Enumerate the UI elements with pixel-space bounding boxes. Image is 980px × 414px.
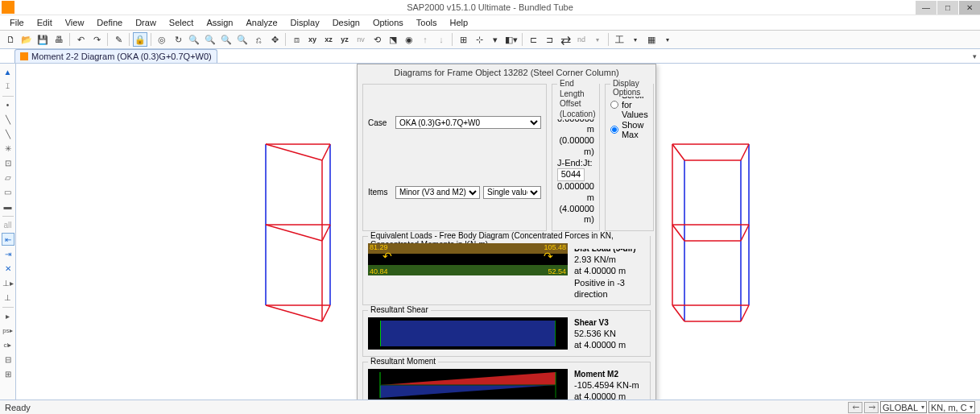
polyline-icon[interactable]: ╲ — [2, 127, 14, 140]
zoom-in-icon[interactable]: 🔍 — [219, 32, 234, 47]
dialog-title: Diagrams for Frame Object 13282 (Steel C… — [358, 64, 655, 81]
offset-title: End Length Offset (Location) — [557, 79, 599, 119]
view-tab[interactable]: Moment 2-2 Diagram (OKA (0.3)G+0.7Q+W0) — [14, 49, 217, 63]
pan-icon[interactable]: ✥ — [267, 32, 282, 47]
lock-icon[interactable]: 🔒 — [133, 32, 147, 47]
tab-close-icon[interactable] — [20, 52, 28, 60]
down-arrow-icon[interactable]: ↓ — [434, 32, 449, 47]
shrink-icon[interactable]: ⊏ — [526, 32, 540, 47]
menu-display[interactable]: Display — [286, 17, 325, 28]
items-mode-select[interactable]: Single valued — [483, 186, 541, 199]
save-icon[interactable]: 💾 — [35, 32, 50, 47]
status-units-select[interactable]: KN, m, C — [928, 401, 975, 413]
case-select[interactable]: OKA (0.3)G+0.7Q+W0 — [395, 116, 541, 129]
target-icon[interactable]: ◎ — [155, 32, 169, 47]
view-yz-icon[interactable]: yz — [337, 32, 352, 47]
text-cursor-icon[interactable]: 𝙸 — [2, 80, 14, 93]
ibeam-drop-icon[interactable]: ▾ — [628, 32, 643, 47]
open-icon[interactable]: 📂 — [19, 32, 34, 47]
select-all-icon[interactable]: ⊟ — [2, 353, 14, 366]
up-arrow-icon[interactable]: ↑ — [418, 32, 432, 47]
model-viewport[interactable]: Diagrams for Frame Object 13282 (Steel C… — [16, 64, 980, 400]
menu-assign[interactable]: Assign — [201, 17, 238, 28]
snap-int-icon[interactable]: ✕ — [2, 262, 14, 275]
select-cl-icon[interactable]: cl▸ — [2, 338, 14, 351]
menu-tools[interactable]: Tools — [411, 17, 442, 28]
prev-view-button[interactable]: 🡐 — [848, 402, 862, 413]
grid-icon[interactable]: ⊞ — [456, 32, 470, 47]
rect-icon[interactable]: ▭ — [2, 185, 14, 198]
minimize-button[interactable]: — — [916, 1, 937, 14]
line-icon[interactable]: ╲ — [2, 113, 14, 126]
concrete-drop-icon[interactable]: ▾ — [660, 32, 675, 47]
menu-edit[interactable]: Edit — [32, 17, 57, 28]
area-icon[interactable]: ▱ — [2, 171, 14, 184]
menu-help[interactable]: Help — [445, 17, 473, 28]
select-pointer-icon[interactable]: ▸ — [2, 309, 14, 322]
checkmark-icon[interactable]: ▾ — [488, 32, 502, 47]
tab-dropdown-icon[interactable]: ▾ — [973, 52, 977, 60]
axes-icon[interactable]: ⊹ — [472, 32, 486, 47]
view-nv-icon[interactable]: nv — [354, 32, 368, 47]
print-icon[interactable]: 🖶 — [52, 32, 66, 47]
fbd-diagram: 81.29 105.48 40.84 52.54 ↶ ↷ — [368, 243, 568, 275]
new-icon[interactable]: 🗋 — [3, 32, 18, 47]
nd-icon[interactable]: nd — [574, 32, 589, 47]
zoom-out-icon[interactable]: 🔍 — [235, 32, 250, 47]
pencil-icon[interactable]: ✎ — [111, 32, 126, 47]
maximize-button[interactable]: □ — [937, 1, 958, 14]
menu-file[interactable]: File — [5, 17, 29, 28]
perspective-icon[interactable]: ⬔ — [386, 32, 400, 47]
half-icon[interactable]: ◧▾ — [504, 32, 519, 47]
snap-mid-icon[interactable]: ⇥ — [2, 247, 14, 260]
coord-system-select[interactable]: GLOBAL — [880, 401, 927, 413]
all-icon[interactable]: all — [2, 218, 14, 231]
rotate-icon[interactable]: ⟲ — [370, 32, 384, 47]
jend-jt: 5044 — [557, 168, 585, 181]
frame-diagrams-dialog: Diagrams for Frame Object 13282 (Steel C… — [357, 64, 656, 400]
menu-design[interactable]: Design — [328, 17, 365, 28]
menu-view[interactable]: View — [60, 17, 89, 28]
undo-icon[interactable]: ↶ — [73, 32, 88, 47]
redo-icon[interactable]: ↷ — [89, 32, 104, 47]
refresh-icon[interactable]: ↻ — [171, 32, 185, 47]
zoom-window-icon[interactable]: 🔍 — [187, 32, 201, 47]
snap-nn-icon[interactable]: ⊥ — [2, 291, 14, 304]
shear-panel: Resultant Shear Shear V3 52.536 KN at 4.… — [362, 310, 651, 357]
orbit-icon[interactable]: ◉ — [402, 32, 416, 47]
close-button[interactable]: ✕ — [959, 1, 980, 14]
slab-icon[interactable]: ▬ — [2, 200, 14, 213]
concrete-icon[interactable]: ▦ — [644, 32, 659, 47]
view-xz-icon[interactable]: xz — [321, 32, 336, 47]
view-3d-icon[interactable]: ⧈ — [289, 32, 304, 47]
view-xy-icon[interactable]: xy — [305, 32, 320, 47]
extrude-icon[interactable]: ⊐ — [542, 32, 556, 47]
items-select[interactable]: Minor (V3 and M2) — [395, 186, 480, 199]
zoom-prev-icon[interactable]: ⎌ — [251, 32, 266, 47]
snap-end-icon[interactable]: ⇤ — [2, 233, 14, 246]
menu-select[interactable]: Select — [164, 17, 199, 28]
fbd-panel: Equivalent Loads - Free Body Diagram (Co… — [362, 236, 651, 305]
next-view-button[interactable]: 🡒 — [864, 402, 879, 413]
showmax-radio[interactable]: Show Max — [610, 120, 648, 139]
menu-define[interactable]: Define — [92, 17, 127, 28]
select-ps-icon[interactable]: ps▸ — [2, 324, 14, 337]
select-int-icon[interactable]: ⊞ — [2, 367, 14, 380]
jend-val: 0.000000 m — [557, 181, 594, 202]
status-ready: Ready — [5, 403, 31, 412]
moment-title: Resultant Moment — [368, 357, 438, 366]
snap-perp-icon[interactable]: ⊥▸ — [2, 276, 14, 289]
divide-icon[interactable]: ⊡ — [2, 156, 14, 169]
nd-drop-icon[interactable]: ▾ — [590, 32, 605, 47]
pointer-icon[interactable]: ▲ — [2, 65, 14, 78]
menu-options[interactable]: Options — [368, 17, 408, 28]
svg-marker-1 — [380, 385, 556, 398]
node-icon[interactable]: • — [2, 98, 14, 111]
menu-draw[interactable]: Draw — [130, 17, 161, 28]
toggle-icon[interactable]: ⇄ — [558, 32, 573, 47]
zoom-extents-icon[interactable]: 🔍 — [203, 32, 217, 47]
jend-label: J-End: — [557, 158, 583, 169]
ibeam-icon[interactable]: 工 — [612, 32, 626, 47]
menu-analyze[interactable]: Analyze — [241, 17, 282, 28]
snap-icon[interactable]: ✳ — [2, 142, 14, 155]
